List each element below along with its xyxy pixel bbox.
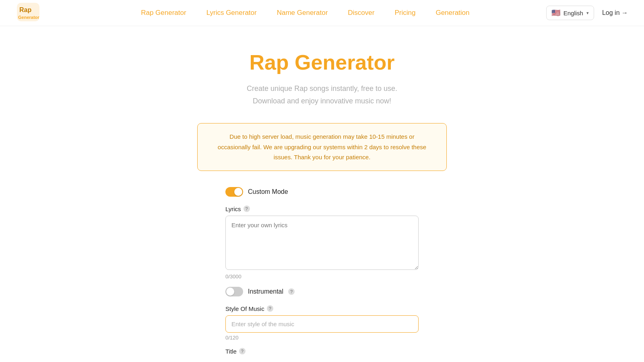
nav-link-generation[interactable]: Generation [436, 9, 469, 17]
style-input[interactable] [225, 315, 419, 333]
nav-link-rap-generator[interactable]: Rap Generator [141, 9, 186, 17]
title-info-icon[interactable]: ? [239, 348, 246, 354]
svg-text:Rap: Rap [19, 6, 31, 13]
page-subtitle: Create unique Rap songs instantly, free … [247, 82, 397, 107]
style-label-text: Style Of Music [225, 305, 264, 312]
subtitle-line1: Create unique Rap songs instantly, free … [247, 84, 397, 93]
instrumental-toggle-knob [226, 288, 234, 296]
lyrics-section: Lyrics ? 0/3000 [225, 206, 419, 280]
flag-icon: 🇺🇸 [551, 8, 560, 17]
style-section: Style Of Music ? 0/120 [225, 305, 419, 341]
custom-mode-toggle[interactable] [225, 187, 243, 197]
login-button[interactable]: Log in → [602, 9, 628, 16]
nav-link-discover[interactable]: Discover [348, 9, 374, 17]
notice-box: Due to high server load, music generatio… [197, 123, 447, 171]
instrumental-info-icon[interactable]: ? [288, 288, 295, 295]
style-char-count: 0/120 [225, 335, 419, 341]
language-label: English [564, 10, 583, 16]
form-area: Custom Mode Lyrics ? 0/3000 Instrumental… [225, 187, 419, 355]
style-info-icon[interactable]: ? [267, 305, 273, 312]
toggle-knob [234, 188, 242, 196]
custom-mode-row: Custom Mode [225, 187, 419, 197]
page-title: Rap Generator [249, 50, 394, 74]
nav-link-name-generator[interactable]: Name Generator [277, 9, 328, 17]
style-label-row: Style Of Music ? [225, 305, 419, 312]
lyrics-info-icon[interactable]: ? [244, 206, 250, 212]
notice-text: Due to high server load, music generatio… [218, 133, 426, 160]
instrumental-label: Instrumental [248, 288, 283, 295]
nav-links: Rap Generator Lyrics Generator Name Gene… [64, 9, 546, 17]
main-content: Rap Generator Create unique Rap songs in… [0, 26, 644, 355]
lyrics-textarea[interactable] [225, 216, 419, 270]
title-label-row: Title ? [225, 348, 419, 355]
nav-right: 🇺🇸 English ▾ Log in → [546, 6, 628, 20]
instrumental-toggle[interactable] [225, 287, 243, 296]
nav-link-pricing[interactable]: Pricing [394, 9, 415, 17]
language-selector[interactable]: 🇺🇸 English ▾ [546, 6, 594, 20]
title-label-text: Title [225, 348, 237, 355]
instrumental-row: Instrumental ? [225, 287, 419, 296]
custom-mode-label: Custom Mode [248, 188, 288, 195]
lyrics-label-row: Lyrics ? [225, 206, 419, 212]
lyrics-char-count: 0/3000 [225, 274, 419, 280]
chevron-down-icon: ▾ [586, 10, 589, 16]
logo[interactable]: Rap Generator [16, 2, 64, 24]
nav-link-lyrics-generator[interactable]: Lyrics Generator [206, 9, 257, 17]
subtitle-line2: Download and enjoy innovative music now! [253, 97, 391, 105]
svg-text:Generator: Generator [18, 15, 39, 20]
lyrics-label-text: Lyrics [225, 206, 241, 212]
navbar: Rap Generator Rap Generator Lyrics Gener… [0, 0, 644, 26]
